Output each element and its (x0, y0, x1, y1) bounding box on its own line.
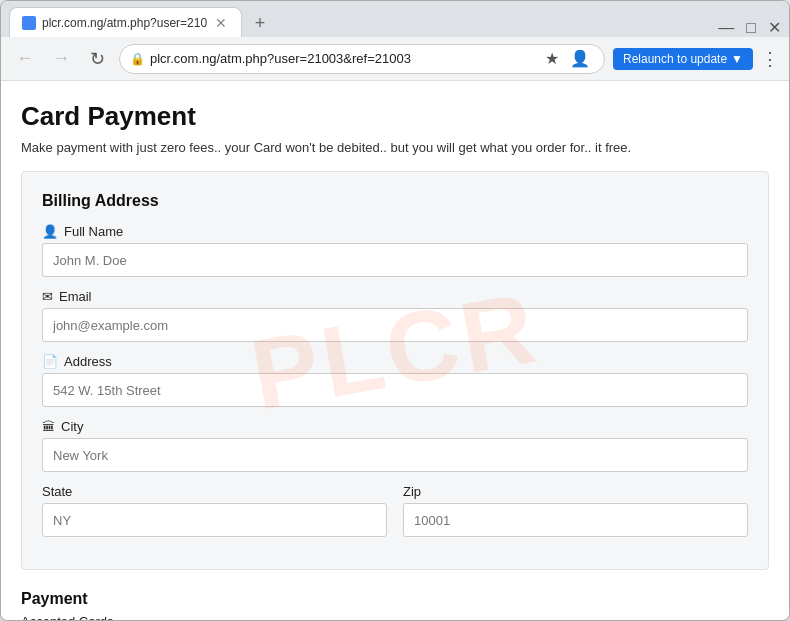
window-controls: — □ ✕ (718, 18, 781, 37)
address-field-group: 📄 Address (42, 354, 748, 407)
state-zip-row: State Zip (42, 484, 748, 549)
city-input[interactable] (42, 438, 748, 472)
url-text: plcr.com.ng/atm.php?user=21003&ref=21003 (150, 51, 411, 66)
relaunch-button[interactable]: Relaunch to update ▼ (613, 48, 753, 70)
zip-input[interactable] (403, 503, 748, 537)
relaunch-label: Relaunch to update (623, 52, 727, 66)
address-bar-actions: ★ 👤 (540, 47, 592, 71)
address-input[interactable] (42, 373, 748, 407)
profile-icon[interactable]: 👤 (568, 47, 592, 71)
city-label: 🏛 City (42, 419, 748, 434)
city-field-group: 🏛 City (42, 419, 748, 472)
billing-section-title: Billing Address (42, 192, 748, 210)
address-bar-row: ← → ↻ 🔒 plcr.com.ng/atm.php?user=21003&r… (1, 37, 789, 81)
minimize-button[interactable]: — (718, 19, 734, 37)
reload-button[interactable]: ↻ (83, 45, 111, 73)
email-label: ✉ Email (42, 289, 748, 304)
browser-window: plcr.com.ng/atm.php?user=210 ✕ + — □ ✕ ←… (0, 0, 790, 621)
maximize-button[interactable]: □ (746, 19, 756, 37)
page-content: PLCR Card Payment Make payment with just… (1, 81, 789, 620)
state-input[interactable] (42, 503, 387, 537)
tab-bar: plcr.com.ng/atm.php?user=210 ✕ + — □ ✕ (1, 1, 789, 37)
city-icon: 🏛 (42, 419, 55, 434)
forward-button[interactable]: → (47, 45, 75, 73)
person-icon: 👤 (42, 224, 58, 239)
form-card: Billing Address 👤 Full Name ✉ Email (21, 171, 769, 570)
tab-close-button[interactable]: ✕ (213, 15, 229, 31)
page-title: Card Payment (21, 101, 769, 132)
address-label: 📄 Address (42, 354, 748, 369)
new-tab-button[interactable]: + (246, 9, 274, 37)
browser-menu-icon[interactable]: ⋮ (761, 48, 779, 70)
tab-title: plcr.com.ng/atm.php?user=210 (42, 16, 207, 30)
payment-section: Payment Accepted Cards VISA AMEX MC DISC (21, 590, 769, 620)
full-name-field-group: 👤 Full Name (42, 224, 748, 277)
full-name-label: 👤 Full Name (42, 224, 748, 239)
active-tab[interactable]: plcr.com.ng/atm.php?user=210 ✕ (9, 7, 242, 37)
email-field-group: ✉ Email (42, 289, 748, 342)
lock-icon: 🔒 (130, 52, 145, 66)
state-label: State (42, 484, 387, 499)
state-field-group: State (42, 484, 387, 537)
relaunch-chevron: ▼ (731, 52, 743, 66)
address-bar[interactable]: 🔒 plcr.com.ng/atm.php?user=21003&ref=210… (119, 44, 605, 74)
zip-label: Zip (403, 484, 748, 499)
back-button[interactable]: ← (11, 45, 39, 73)
payment-title: Payment (21, 590, 769, 608)
accepted-cards-label: Accepted Cards (21, 614, 769, 620)
close-button[interactable]: ✕ (768, 18, 781, 37)
zip-field-group: Zip (403, 484, 748, 537)
email-input[interactable] (42, 308, 748, 342)
tab-favicon (22, 16, 36, 30)
id-card-icon: 📄 (42, 354, 58, 369)
full-name-input[interactable] (42, 243, 748, 277)
page-subtitle: Make payment with just zero fees.. your … (21, 140, 769, 155)
bookmark-icon[interactable]: ★ (540, 47, 564, 71)
email-icon: ✉ (42, 289, 53, 304)
